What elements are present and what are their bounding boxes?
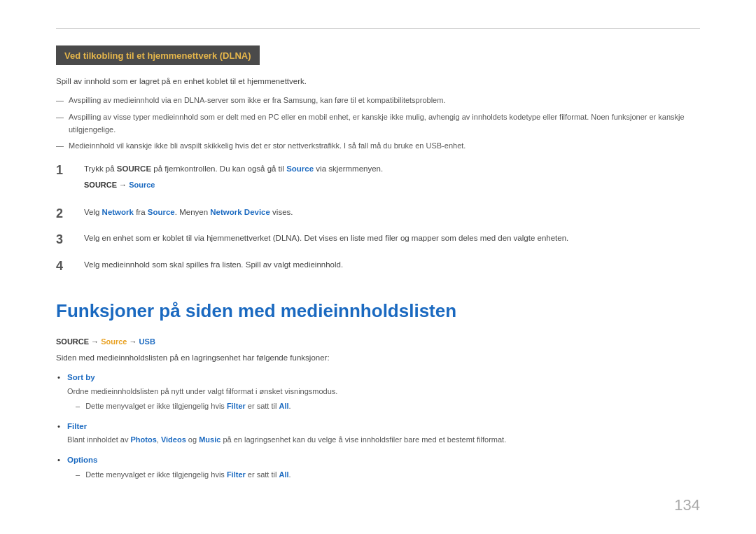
photos-bold: Photos: [131, 435, 157, 444]
feature-sort-by: Sort by Ordne medieinnholdslisten på nyt…: [56, 371, 700, 413]
dlna-intro: Spill av innhold som er lagret på en enh…: [56, 75, 700, 87]
network-device-bold: Network Device: [210, 208, 270, 216]
section-title: Ved tilkobling til et hjemmenettverk (DL…: [64, 50, 251, 61]
bullet-2: Avspilling av visse typer medieinnhold s…: [56, 111, 700, 136]
step-4-content: Velg medieinnhold som skal spilles fra l…: [84, 258, 700, 271]
step-3-content: Velg en enhet som er koblet til via hjem…: [84, 232, 700, 244]
step-3: 3 Velg en enhet som er koblet til via hj…: [56, 232, 700, 248]
step-2-number: 2: [56, 206, 77, 222]
step-1-number: 1: [56, 162, 77, 178]
options-name: Options: [67, 456, 97, 464]
step-2-text: Velg Network fra Source. Menyen Network …: [84, 208, 293, 216]
dlna-section: Ved tilkobling til et hjemmenettverk (DL…: [56, 45, 700, 274]
sort-by-sub-text: Dette menyvalget er ikke tilgjengelig hv…: [85, 400, 290, 413]
feature-filter: Filter Blant innholdet av Photos, Videos…: [56, 420, 700, 447]
options-sub-text: Dette menyvalget er ikke tilgjengelig hv…: [85, 469, 290, 482]
source-bold-2: Source: [148, 208, 175, 216]
sort-by-desc: Ordne medieinnholdslisten på nytt under …: [67, 386, 700, 398]
bullet-1: Avspilling av medieinnhold via en DLNA-s…: [56, 94, 700, 107]
all-bold-2: All: [279, 470, 288, 479]
filter-bold-2: Filter: [227, 470, 246, 479]
filter-desc: Blant innholdet av Photos, Videos og Mus…: [67, 434, 700, 447]
step-1-content: Trykk på SOURCE på fjernkontrollen. Du k…: [84, 162, 700, 196]
step-1: 1 Trykk på SOURCE på fjernkontrollen. Du…: [56, 162, 700, 196]
step-2-content: Velg Network fra Source. Menyen Network …: [84, 206, 700, 218]
source-line-2: SOURCE → Source → USB: [56, 337, 700, 346]
source-usb: USB: [139, 337, 155, 346]
feature-intro: Siden med medieinnholdslisten på en lagr…: [56, 351, 700, 364]
page-number: 134: [674, 496, 700, 514]
sort-by-name: Sort by: [67, 373, 95, 381]
source-label-1: SOURCE: [84, 181, 117, 189]
numbered-steps: 1 Trykk på SOURCE på fjernkontrollen. Du…: [56, 162, 700, 274]
step-3-text: Velg en enhet som er koblet til via hjem…: [84, 234, 568, 242]
source-label-2: SOURCE: [56, 337, 89, 346]
bullet-3: Medieinnhold vil kanskje ikke bli avspil…: [56, 140, 700, 153]
all-bold: All: [279, 402, 288, 410]
music-bold: Music: [199, 435, 220, 444]
step-4-number: 4: [56, 258, 77, 274]
step-1-text: Trykk på SOURCE på fjernkontrollen. Du k…: [84, 164, 383, 173]
step-3-number: 3: [56, 232, 77, 248]
network-bold: Network: [102, 208, 134, 216]
source-bold: SOURCE: [117, 164, 151, 173]
top-rule: [56, 28, 700, 29]
videos-bold: Videos: [161, 435, 186, 444]
step-4-text: Velg medieinnhold som skal spilles fra l…: [84, 260, 343, 269]
source-orange: Source: [101, 337, 127, 346]
options-sub: Dette menyvalget er ikke tilgjengelig hv…: [67, 469, 700, 482]
source-blue: Source: [286, 164, 314, 173]
step-4: 4 Velg medieinnhold som skal spilles fra…: [56, 258, 700, 274]
section-title-box: Ved tilkobling til et hjemmenettverk (DL…: [56, 45, 260, 65]
feature-options: Options Dette menyvalget er ikke tilgjen…: [56, 454, 700, 482]
filter-name: Filter: [67, 422, 87, 430]
source-arrow-1: Source: [129, 181, 155, 189]
main-heading: Funksjoner på siden med medieinnholdslis…: [56, 300, 700, 323]
features-section: Funksjoner på siden med medieinnholdslis…: [56, 300, 700, 482]
sort-by-sub: Dette menyvalget er ikke tilgjengelig hv…: [67, 400, 700, 413]
filter-bold: Filter: [227, 402, 246, 410]
feature-list: Sort by Ordne medieinnholdslisten på nyt…: [56, 371, 700, 482]
step-2: 2 Velg Network fra Source. Menyen Networ…: [56, 206, 700, 222]
page-container: Ved tilkobling til et hjemmenettverk (DL…: [0, 0, 756, 534]
source-box-1: SOURCE → Source: [84, 179, 700, 192]
